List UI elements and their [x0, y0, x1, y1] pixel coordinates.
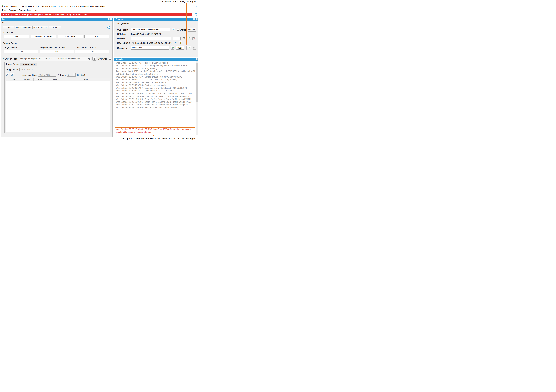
usb-info-label: USB Info [117, 33, 126, 35]
console-log-line: Wed October 29 25 10:01:06 - Board Profi… [116, 98, 195, 100]
menu-item[interactable]: Help [32, 8, 39, 12]
run-immediate-button[interactable]: Run Immediate [32, 26, 48, 30]
trigger-table-column-header[interactable]: Name [6, 78, 20, 81]
add-trigger-button[interactable]: + [6, 73, 9, 77]
configuration-label: Configuration [116, 22, 129, 25]
help-icon[interactable]: ? [194, 13, 197, 16]
annotation-arrow-down-head [186, 43, 187, 45]
trigger-table-column-header[interactable]: Radix [34, 78, 48, 81]
console-scrollbar[interactable]: ▲ ▼ [196, 61, 198, 135]
close-button[interactable]: ✕ [193, 4, 199, 8]
trigger-condition-select[interactable]: Global 'AND' ▾ [38, 73, 56, 77]
minimize-button[interactable] [182, 4, 188, 8]
spin-down-icon[interactable]: ▼ [73, 75, 76, 77]
trigger-table-column-header[interactable]: Value [48, 78, 62, 81]
tab-capture-setup[interactable]: Capture Setup [20, 62, 37, 66]
spin-up-icon[interactable]: ▲ [73, 73, 76, 75]
scroll-down-icon[interactable]: ▼ [196, 133, 198, 135]
refresh-status-button[interactable]: ↻ [174, 41, 177, 44]
debug-chip-button[interactable] [171, 46, 174, 50]
shared-checkbox[interactable]: ✓ [177, 29, 179, 31]
usb-target-select[interactable]: Titanium Ti375C529 Dev Board ▾ [131, 28, 170, 31]
tab-trigger-setup[interactable]: Trigger Setup [4, 62, 20, 66]
overwrite-label: Overwrite [98, 58, 107, 60]
help-icon[interactable]: ? [108, 26, 110, 29]
binary-01-icon: 01 [183, 38, 185, 39]
reconnect-debugger-button[interactable] [186, 46, 191, 50]
program-device-button[interactable] [188, 37, 191, 40]
trigger-mode-select[interactable]: Basic Only ▾ [19, 68, 33, 71]
menu-item[interactable]: Options [7, 8, 17, 12]
trigger-setup-content: Trigger Mode Basic Only ▾ + x Trigger Co… [4, 66, 111, 133]
maximize-button[interactable] [188, 4, 193, 8]
annotation-reconnect-label: Reconnect to the Efinity Debugger [160, 0, 196, 3]
window-title: Efinity Debugger - D:\co_debug\tc05_ti37… [4, 5, 105, 7]
program-float-button[interactable] [193, 18, 195, 20]
program-stop-icon [193, 37, 195, 39]
chip-icon [171, 47, 174, 49]
capture-status-columns: Segment 0 of 1 0% Segment sample 0 of 10… [4, 46, 109, 53]
trigger-table-column-header[interactable]: Port [62, 78, 110, 81]
capture-segment: Total sample 0 of 1024 0% [75, 46, 109, 53]
debugging-id-select[interactable]: 0x006a0a79 ▾ [131, 46, 169, 50]
bitstream-select[interactable]: ▾ [131, 37, 171, 40]
trigger-table-column-header[interactable]: Operator [20, 78, 34, 81]
overwrite-checkbox[interactable]: ✓ [109, 58, 111, 60]
disconnect-debugger-button[interactable] [193, 46, 196, 50]
menu-item[interactable]: Perspectives [17, 8, 32, 12]
la0-close-button[interactable]: ✕ [110, 18, 112, 20]
waveform-path-label: Waveform Path [2, 58, 17, 60]
capture-progress-value: 0% [20, 50, 23, 52]
run-continuous-button[interactable]: Run Continuous [15, 26, 32, 30]
core-status-group: Run Run Continuous Run Immediate Stop ? … [2, 25, 112, 41]
scroll-up-icon[interactable]: ▲ [196, 61, 198, 63]
trigger-count-range: [1 - 1000] [77, 74, 86, 76]
app-logo-bug-icon [1, 5, 3, 7]
remote-button[interactable]: Remote [188, 28, 196, 31]
capture-segment: Segment sample 0 of 1024 0% [40, 46, 74, 53]
console-panel-header: Console [114, 58, 198, 61]
core-status-cell: Waiting for Trigger [31, 35, 56, 38]
waveform-path-field[interactable]: tap2\ip\EfxSapphireHpSoc_slb\Ti375C529_d… [20, 57, 91, 61]
capture-progress-bar: 0% [4, 50, 39, 53]
la0-panel-title: la0 [2, 18, 5, 20]
stop-program-button[interactable] [193, 37, 196, 40]
console-panel: Console Wed October 29 25 09:57:17 - jta… [114, 58, 198, 135]
refresh-usb-button[interactable]: ↻ [172, 28, 175, 31]
error-banner-text: ERROR: [WinError 10054] An existing conn… [2, 14, 87, 16]
open-waveform-button[interactable] [93, 57, 96, 61]
console-log-line: Wed October 29 25 10:01:06 - Valid devic… [116, 106, 195, 109]
refresh-icon: ↻ [175, 42, 177, 44]
la0-float-button[interactable] [108, 18, 110, 20]
core-status-label: Core Status [3, 31, 15, 34]
user-register-select[interactable]: USER1 ▾ [176, 46, 185, 50]
program-panel-body: Configuration USB Target Titanium Ti375C… [114, 21, 198, 57]
capture-segment-label: Total sample 0 of 1024 [76, 46, 109, 49]
trigger-add-icon: + [6, 74, 9, 76]
clear-path-icon[interactable]: ✕ [88, 58, 91, 60]
remove-trigger-button[interactable]: x [10, 73, 14, 77]
stop-button[interactable]: Stop [49, 26, 61, 30]
capture-segment: Segment 0 of 1 0% [4, 46, 39, 53]
la0-panel-body: la0 Run Run Continuous Run Immediate Sto… [1, 21, 113, 137]
waveform-path-value: tap2\ip\EfxSapphireHpSoc_slb\Ti375C529_d… [20, 58, 80, 60]
program-close-button[interactable]: ✕ [195, 18, 198, 20]
close-icon: ✕ [196, 18, 197, 20]
console-log-line: Wed October 29 25 10:01:06 - Board Profi… [116, 100, 195, 103]
trigger-mode-value: Basic Only [20, 68, 30, 71]
menu-item[interactable]: File [1, 8, 7, 12]
maximize-icon [190, 6, 191, 7]
run-button[interactable]: Run [3, 26, 15, 30]
scrollbar-thumb[interactable] [196, 63, 198, 102]
trigger-count-spinner[interactable]: 1 ▲ ▼ [67, 73, 76, 77]
svg-text:x: x [12, 75, 13, 76]
la0-instance-label: la0 [2, 22, 5, 24]
binary-mode-button[interactable]: 01 [183, 37, 186, 40]
bitstream-aux-field[interactable] [173, 37, 181, 40]
debugging-id-value: 0x006a0a79 [132, 47, 143, 49]
bitstream-label: Bitstream [117, 37, 126, 39]
program-panel-header: Program ✕ [114, 17, 198, 21]
console-error-highlight: Wed October 29 25 10:01:06 - ERROR: [Win… [115, 127, 195, 134]
console-float-button[interactable] [195, 58, 198, 60]
jtag-chain-button[interactable] [179, 41, 182, 44]
